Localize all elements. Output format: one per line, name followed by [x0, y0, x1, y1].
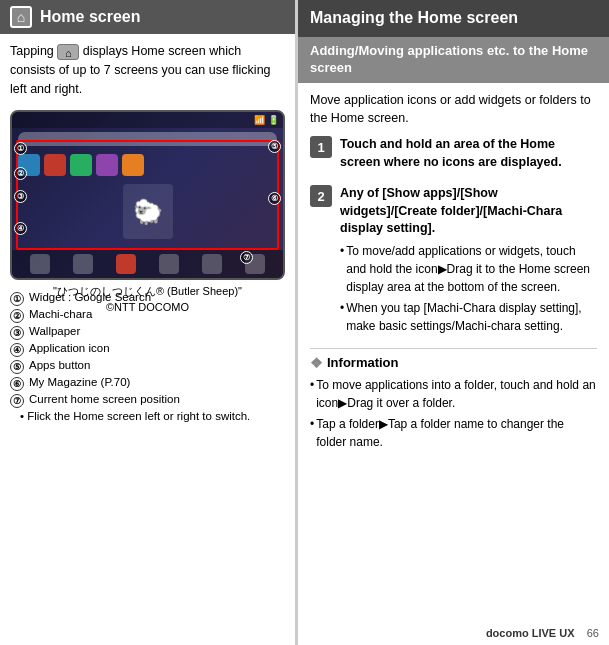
- step-1-number: 1: [310, 136, 332, 158]
- right-header-title: Managing the Home screen: [310, 9, 518, 26]
- list-bullet-item: Flick the Home screen left or right to s…: [20, 410, 285, 422]
- sub-header-title: Adding/Moving applications etc. to the H…: [310, 43, 588, 75]
- step-2-title: Any of [Show apps]/[Show widgets]/[Creat…: [340, 185, 597, 238]
- list-label-5: Apps button: [29, 359, 90, 371]
- phone-screen: 📶 🔋 🐑: [12, 112, 283, 278]
- list-label-3: Wallpaper: [29, 325, 80, 337]
- step-1-title: Touch and hold an area of the Home scree…: [340, 136, 597, 171]
- right-body: Move application icons or add widgets or…: [298, 83, 609, 462]
- dock-icon-2: [73, 254, 93, 274]
- phone-mockup: 📶 🔋 🐑: [10, 110, 285, 285]
- list-label-7: Current home screen position: [29, 393, 180, 405]
- list-item-6: ⑥ My Magazine (P.70): [10, 376, 285, 391]
- left-intro-text: Tapping ⌂ displays Home screen which con…: [10, 42, 285, 98]
- phone-icon-5: [122, 154, 144, 176]
- circle-6: ⑥: [268, 192, 281, 205]
- circle-4: ④: [14, 222, 27, 235]
- information-section: ❖ Information To move applications into …: [310, 348, 597, 451]
- left-column: Home screen Tapping ⌂ displays Home scre…: [0, 0, 295, 645]
- dock-icon-4: [159, 254, 179, 274]
- dock-icon-3: [116, 254, 136, 274]
- list-circle-5: ⑤: [10, 360, 24, 374]
- page-number: 66: [587, 627, 599, 639]
- step-1-content: Touch and hold an area of the Home scree…: [340, 136, 597, 175]
- phone-icon-2: [44, 154, 66, 176]
- character-image: 🐑: [123, 184, 173, 239]
- info-bullets: To move applications into a folder, touc…: [310, 376, 597, 451]
- phone-icon-3: [70, 154, 92, 176]
- step-2-bullets: To move/add applications or widgets, tou…: [340, 242, 597, 335]
- phone-caption: "ひつじのしつじくん® (Butler Sheep)" ©NTT DOCOMO: [10, 284, 285, 315]
- list-circle-4: ④: [10, 343, 24, 357]
- list-item-3: ③ Wallpaper: [10, 325, 285, 340]
- left-header-title: Home screen: [40, 8, 141, 26]
- phone-search-bar: [18, 132, 277, 146]
- step-2-bullet-2: When you tap [Machi-Chara display settin…: [340, 299, 597, 335]
- left-intro: Tapping ⌂ displays Home screen which con…: [0, 34, 295, 110]
- step-2: 2 Any of [Show apps]/[Show widgets]/[Cre…: [310, 185, 597, 338]
- left-section-header: Home screen: [0, 0, 295, 34]
- right-intro-text: Move application icons or add widgets or…: [310, 91, 597, 129]
- diamond-icon: ❖: [310, 355, 323, 371]
- home-icon: [10, 6, 32, 28]
- list-item-4: ④ Application icon: [10, 342, 285, 357]
- step-2-bullet-1: To move/add applications or widgets, tou…: [340, 242, 597, 296]
- right-section-header: Managing the Home screen: [298, 0, 609, 37]
- step-1: 1 Touch and hold an area of the Home scr…: [310, 136, 597, 175]
- sub-section-header: Adding/Moving applications etc. to the H…: [298, 37, 609, 83]
- dock-icon-1: [30, 254, 50, 274]
- dock-icon-5: [202, 254, 222, 274]
- caption-line1: "ひつじのしつじくん® (Butler Sheep)": [53, 285, 242, 297]
- info-bullet-2: Tap a folder▶Tap a folder name to change…: [310, 415, 597, 451]
- brand-name: docomo LIVE UX: [486, 627, 575, 639]
- right-column: Managing the Home screen Adding/Moving a…: [298, 0, 609, 645]
- step-2-content: Any of [Show apps]/[Show widgets]/[Creat…: [340, 185, 597, 338]
- page-footer: docomo LIVE UX 66: [486, 627, 599, 639]
- home-button-icon: ⌂: [57, 44, 79, 60]
- caption-line2: ©NTT DOCOMO: [106, 301, 189, 313]
- list-circle-3: ③: [10, 326, 24, 340]
- list-label-4: Application icon: [29, 342, 110, 354]
- list-circle-6: ⑥: [10, 377, 24, 391]
- list-label-6: My Magazine (P.70): [29, 376, 130, 388]
- info-bullet-1: To move applications into a folder, touc…: [310, 376, 597, 412]
- list-circle-7: ⑦: [10, 394, 24, 408]
- phone-icon-4: [96, 154, 118, 176]
- circle-3: ③: [14, 190, 27, 203]
- step-2-number: 2: [310, 185, 332, 207]
- info-title: ❖ Information: [310, 355, 597, 371]
- list-item-5: ⑤ Apps button: [10, 359, 285, 374]
- bullet-text: Flick the Home screen left or right to s…: [27, 410, 250, 422]
- list-item-7: ⑦ Current home screen position: [10, 393, 285, 408]
- phone-status-bar: 📶 🔋: [12, 112, 283, 128]
- phone-screen-image: 📶 🔋 🐑: [10, 110, 285, 280]
- phone-icons-area: [12, 150, 283, 180]
